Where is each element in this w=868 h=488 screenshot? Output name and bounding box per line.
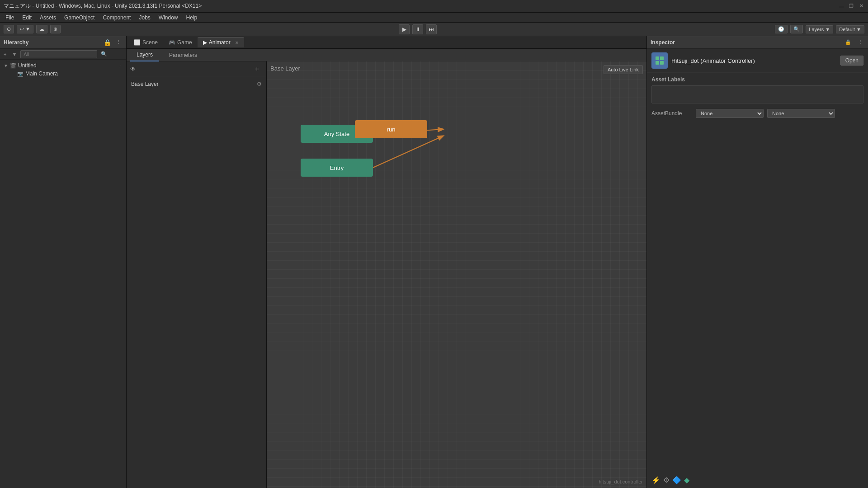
run-label: run: [387, 126, 396, 133]
menubar: File Edit Assets GameObject Component Jo…: [0, 13, 868, 23]
minimize-button[interactable]: —: [838, 3, 844, 9]
menu-file[interactable]: File: [2, 14, 18, 22]
auto-live-link-button[interactable]: Auto Live Link: [604, 65, 643, 74]
inspector-lock-icon[interactable]: 🔒: [843, 38, 853, 46]
inspector-title: Inspector: [651, 39, 675, 46]
layer-settings-icon[interactable]: ⚙: [257, 81, 262, 87]
menu-edit[interactable]: Edit: [19, 14, 35, 22]
inspector-icon-3[interactable]: 🔷: [672, 476, 681, 484]
step-button[interactable]: ⏭: [426, 24, 437, 34]
hierarchy-title: Hierarchy: [4, 39, 28, 46]
main-camera-label: Main Camera: [25, 70, 58, 77]
asset-bundle-select[interactable]: None: [696, 109, 764, 118]
maximize-button[interactable]: ❐: [848, 3, 854, 9]
menu-assets[interactable]: Assets: [36, 14, 60, 22]
cloud-button[interactable]: ☁: [36, 25, 47, 33]
camera-icon: 📷: [17, 71, 24, 77]
inspector-icon-4[interactable]: ◆: [684, 476, 689, 484]
inspector-panel: Inspector 🔒 ⋮ Hitsuji_dot (Animator Cont…: [646, 36, 868, 488]
animator-toolbar: Layers Parameters: [127, 49, 646, 61]
menu-component[interactable]: Component: [99, 14, 134, 22]
hierarchy-item-menu[interactable]: ⋮: [118, 63, 123, 69]
game-tab-icon: 🎮: [169, 39, 175, 46]
asset-bundle-row: AssetBundle None None: [651, 107, 863, 120]
asset-labels-area: [651, 85, 863, 103]
menu-window[interactable]: Window: [155, 14, 182, 22]
collab-button[interactable]: ⊕: [50, 25, 61, 33]
inspector-header: Inspector 🔒 ⋮: [647, 36, 868, 49]
hierarchy-search-btn[interactable]: 🔍: [99, 50, 109, 58]
svg-rect-4: [656, 56, 659, 60]
history-button[interactable]: 🕐: [775, 25, 788, 33]
animator-canvas[interactable]: Base Layer Auto Live Link: [267, 61, 646, 488]
animator-layers-tab[interactable]: Layers: [130, 49, 159, 61]
hierarchy-search-input[interactable]: [20, 50, 97, 58]
add-hierarchy-button[interactable]: +: [2, 51, 8, 58]
entry-label: Entry: [330, 164, 344, 171]
base-layer-item[interactable]: Base Layer ⚙: [127, 77, 266, 91]
asset-labels-section: Asset Labels AssetBundle None None: [647, 73, 868, 123]
tabs-bar: ⬜ Scene 🎮 Game ▶ Animator ✕: [127, 36, 646, 49]
run-node[interactable]: run: [355, 120, 427, 138]
inspector-bottom-icons: ⚡ ⚙ 🔷 ◆: [647, 472, 868, 488]
asset-labels-title: Asset Labels: [651, 76, 863, 83]
add-layer-button[interactable]: +: [251, 63, 263, 75]
inspector-menu-button[interactable]: ⋮: [856, 38, 864, 46]
animator-tab-icon: ▶: [203, 39, 207, 46]
center-panel: ⬜ Scene 🎮 Game ▶ Animator ✕ Layers Param…: [127, 36, 646, 488]
hierarchy-item-untitled[interactable]: ▼ 🎬 Untitled ⋮: [2, 61, 124, 70]
inspector-icon-1[interactable]: ⚡: [651, 476, 660, 484]
hierarchy-content: ▼ 🎬 Untitled ⋮ 📷 Main Camera: [0, 60, 126, 488]
default-label: Default: [839, 27, 855, 32]
untitled-label: Untitled: [18, 62, 37, 69]
close-button[interactable]: ✕: [858, 3, 864, 9]
svg-rect-6: [656, 61, 659, 65]
layers-dropdown[interactable]: Layers ▼: [806, 25, 833, 33]
scene-icon: 🎬: [10, 63, 16, 69]
toolbar: ⊙ ↩ ▼ ☁ ⊕ ▶ ⏸ ⏭ 🕐 🔍 Layers ▼ Default ▼: [0, 23, 868, 36]
controller-label: hitsuji_dot.controller: [599, 479, 643, 484]
asset-bundle-label: AssetBundle: [651, 110, 692, 117]
inspector-asset-info: Hitsuji_dot (Animator Controller): [671, 57, 755, 64]
animator-params-tab[interactable]: Parameters: [163, 49, 203, 61]
scene-tab-label: Scene: [142, 39, 158, 46]
undo-button[interactable]: ↩ ▼: [17, 25, 33, 33]
menu-gameobject[interactable]: GameObject: [61, 14, 98, 22]
menu-help[interactable]: Help: [183, 14, 201, 22]
open-button[interactable]: Open: [840, 56, 863, 66]
titlebar-controls: — ❐ ✕: [838, 3, 864, 9]
animator-controller-icon: [651, 52, 668, 69]
asset-variant-select[interactable]: None: [767, 109, 835, 118]
hierarchy-search-icon: ▼: [10, 51, 19, 58]
expand-arrow: ▼: [4, 63, 8, 68]
inspector-icon-2[interactable]: ⚙: [663, 476, 670, 484]
lock-icon[interactable]: 🔒: [104, 39, 111, 46]
tab-animator[interactable]: ▶ Animator ✕: [198, 37, 244, 47]
svg-rect-7: [660, 61, 664, 65]
pause-button[interactable]: ⏸: [412, 24, 423, 34]
search-button[interactable]: 🔍: [790, 25, 803, 33]
tab-scene[interactable]: ⬜ Scene: [128, 38, 163, 47]
titlebar: マニュアル - Untitled - Windows, Mac, Linux -…: [0, 0, 868, 13]
default-dropdown[interactable]: Default ▼: [836, 25, 864, 33]
tab-game[interactable]: 🎮 Game: [163, 38, 198, 47]
hierarchy-panel: Hierarchy 🔒 ⋮ + ▼ 🔍 ▼ 🎬 Untitled ⋮ 📷 Mai…: [0, 36, 127, 488]
hierarchy-item-main-camera[interactable]: 📷 Main Camera: [9, 70, 124, 78]
visibility-icon[interactable]: 👁: [130, 66, 136, 72]
entry-node[interactable]: Entry: [301, 159, 373, 177]
hierarchy-header: Hierarchy 🔒 ⋮: [0, 36, 126, 49]
any-state-label: Any State: [324, 131, 349, 137]
menu-jobs[interactable]: Jobs: [135, 14, 154, 22]
inspector-asset-row: Hitsuji_dot (Animator Controller) Open: [647, 49, 868, 73]
svg-rect-5: [660, 56, 664, 60]
titlebar-title: マニュアル - Untitled - Windows, Mac, Linux -…: [4, 2, 202, 10]
account-button[interactable]: ⊙: [4, 25, 14, 33]
animator-content: 👁 + Base Layer ⚙ Base Layer Auto Live Li…: [127, 61, 646, 488]
play-button[interactable]: ▶: [399, 24, 410, 34]
hierarchy-menu-button[interactable]: ⋮: [114, 38, 123, 46]
asset-name: Hitsuji_dot (Animator Controller): [671, 57, 755, 64]
animator-panel: Layers Parameters 👁 + Base Layer ⚙: [127, 49, 646, 488]
base-layer-label: Base Layer: [131, 81, 159, 87]
layers-label: Layers: [809, 27, 824, 32]
close-tab-icon[interactable]: ✕: [235, 40, 239, 45]
